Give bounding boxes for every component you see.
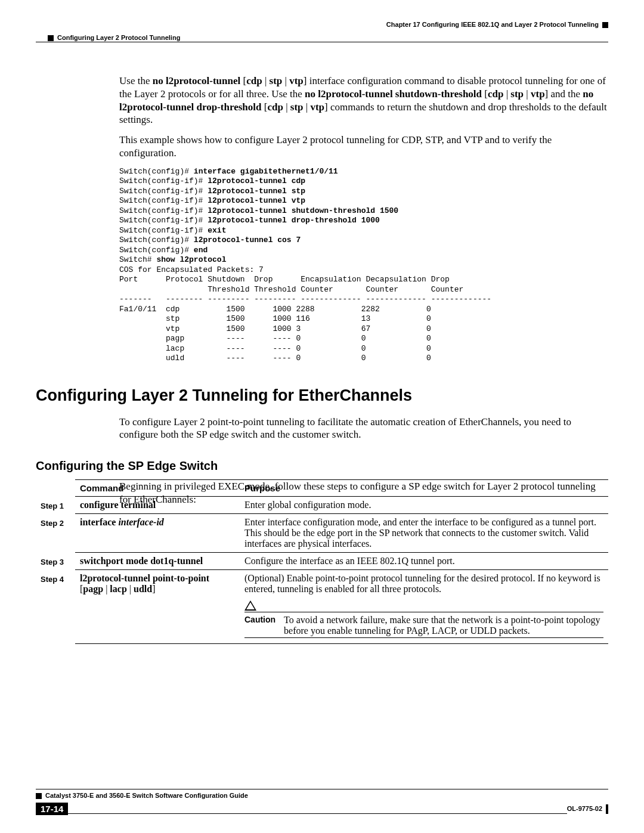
step-number: Step 4 [36, 570, 75, 644]
step-number: Step 2 [36, 514, 75, 553]
running-header: Chapter 17 Configuring IEEE 802.1Q and L… [36, 21, 608, 36]
step-purpose: Configure the interface as an IEEE 802.1… [240, 553, 608, 570]
step-command: interface interface-id [75, 514, 240, 553]
step-command: switchport mode dot1q-tunnel [75, 553, 240, 570]
step-purpose: (Optional) Enable point-to-point protoco… [240, 570, 608, 644]
page-number: 17-14 [36, 803, 68, 815]
footer-guide: Catalyst 3750-E and 3560-E Switch Softwa… [36, 792, 608, 799]
step-purpose: Enter global configuration mode. [240, 497, 608, 514]
footer: Catalyst 3750-E and 3560-E Switch Softwa… [36, 789, 608, 815]
table-row: Step 2interface interface-idEnter interf… [36, 514, 608, 553]
header-chapter: Chapter 17 Configuring IEEE 802.1Q and L… [386, 21, 608, 28]
table-row: Step 1configure terminalEnter global con… [36, 497, 608, 514]
caution-block: CautionTo avoid a network failure, make … [244, 600, 603, 638]
footer-marker-icon [606, 804, 608, 814]
steps-table: Command Purpose Step 1configure terminal… [36, 479, 608, 644]
caution-text: To avoid a network failure, make sure th… [284, 615, 603, 636]
caution-label: Caution [244, 615, 275, 624]
step-command: configure terminal [75, 497, 240, 514]
col-command: Command [75, 480, 240, 497]
paragraph-disable-command: Use the no l2protocol-tunnel [cdp | stp … [119, 75, 608, 126]
footer-marker-icon [36, 793, 42, 799]
body: Use the no l2protocol-tunnel [cdp | stp … [119, 75, 608, 513]
heading-sp-edge: Configuring the SP Edge Switch [36, 459, 608, 473]
step-number: Step 3 [36, 553, 75, 570]
footer-doc-id: OL-9775-02 [567, 804, 608, 815]
cli-block: Switch(config)# interface gigabitetherne… [119, 167, 608, 364]
step-command: l2protocol-tunnel point-to-point [pagp |… [75, 570, 240, 644]
table-row: Step 3switchport mode dot1q-tunnelConfig… [36, 553, 608, 570]
caution-icon [244, 600, 256, 611]
paragraph-etherchannels: To configure Layer 2 point-to-point tunn… [119, 416, 608, 442]
header-marker-icon [602, 22, 608, 28]
table-row: Step 4l2protocol-tunnel point-to-point [… [36, 570, 608, 644]
heading-etherchannels: Configuring Layer 2 Tunneling for EtherC… [36, 386, 608, 405]
header-section: Configuring Layer 2 Protocol Tunneling [48, 34, 180, 41]
step-number: Step 1 [36, 497, 75, 514]
header-rule [36, 42, 608, 42]
col-purpose: Purpose [240, 480, 608, 497]
table-header-row: Command Purpose [36, 480, 608, 497]
page: Chapter 17 Configuring IEEE 802.1Q and L… [0, 0, 644, 833]
step-purpose: Enter interface configuration mode, and … [240, 514, 608, 553]
header-marker-icon [48, 35, 54, 41]
paragraph-example-intro: This example shows how to configure Laye… [119, 134, 608, 160]
